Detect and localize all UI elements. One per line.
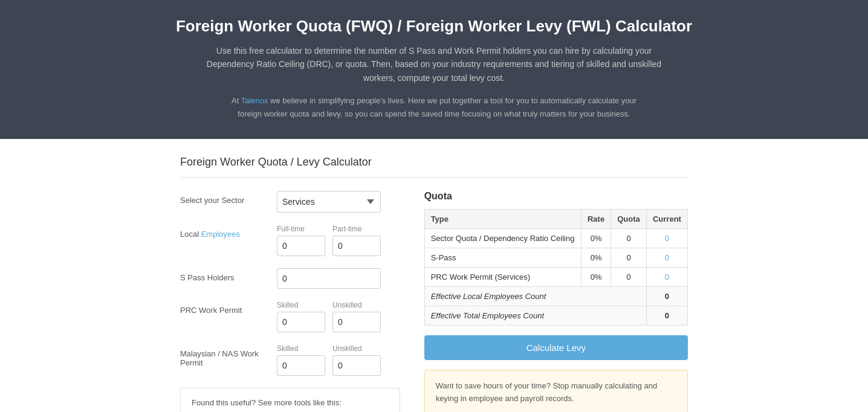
page-subtitle: Use this free calculator to determine th…	[198, 44, 670, 85]
local-fulltime-input[interactable]	[277, 236, 325, 256]
promo-text: Want to save hours of your time? Stop ma…	[436, 380, 676, 405]
col-rate: Rate	[581, 210, 611, 229]
prc-permit-label: PRC Work Permit	[180, 301, 277, 315]
quota-header-row: Type Rate Quota Current	[424, 210, 687, 229]
summary-local-value: 0	[646, 287, 687, 306]
spass-label: S Pass Holders	[180, 268, 277, 282]
sector-label: Select your Sector	[180, 191, 277, 205]
calculate-levy-button[interactable]: Calculate Levy	[424, 335, 688, 360]
fulltime-label: Full-time	[277, 225, 325, 233]
row0-current: 0	[646, 229, 687, 248]
row2-quota: 0	[611, 268, 647, 287]
quota-section: Quota Type Rate Quota Current	[424, 191, 688, 412]
local-employees-highlight: Employees	[201, 230, 240, 239]
attribution-pre: At	[232, 96, 241, 105]
sector-row: Select your Sector Services Construction…	[180, 191, 400, 213]
table-row: PRC Work Permit (Services) 0% 0 0	[424, 268, 687, 287]
calculator-container: Foreign Worker Quota / Levy Calculator S…	[162, 139, 706, 412]
local-employees-inputs: Full-time Part-time	[277, 225, 400, 256]
summary-row-local: Effective Local Employees Count 0	[424, 287, 687, 306]
local-employees-label: Local Employees	[180, 225, 277, 239]
row0-quota: 0	[611, 229, 647, 248]
row2-type: PRC Work Permit (Services)	[424, 268, 581, 287]
myr-permit-row: Malaysian / NAS Work Permit Skilled Unsk…	[180, 344, 400, 376]
parttime-label: Part-time	[332, 225, 381, 233]
local-sub-labels: Full-time Part-time	[277, 225, 400, 233]
summary-total-value: 0	[646, 306, 687, 326]
quota-table-body: Sector Quota / Dependency Ratio Ceiling …	[424, 229, 687, 326]
summary-row-total: Effective Total Employees Count 0	[424, 306, 687, 326]
prc-skilled-input[interactable]	[277, 312, 325, 332]
row1-rate: 0%	[581, 248, 611, 268]
table-row: Sector Quota / Dependency Ratio Ceiling …	[424, 229, 687, 248]
local-employees-row: Local Employees Full-time Part-time	[180, 225, 400, 256]
row0-type: Sector Quota / Dependency Ratio Ceiling	[424, 229, 581, 248]
summary-total-label: Effective Total Employees Count	[424, 306, 646, 326]
myr-permit-label: Malaysian / NAS Work Permit	[180, 344, 277, 367]
prc-skilled-label: Skilled	[277, 301, 325, 309]
attribution-text: At Talenox we believe in simplifying peo…	[222, 94, 646, 121]
prc-sub-labels: Skilled Unskilled	[277, 301, 400, 309]
page-title: Foreign Worker Quota (FWQ) / Foreign Wor…	[48, 17, 820, 36]
quota-table: Type Rate Quota Current Sector Quota / D…	[424, 209, 688, 326]
myr-unskilled-label: Unskilled	[332, 344, 381, 353]
row0-rate: 0%	[581, 229, 611, 248]
calculator-title: Foreign Worker Quota / Levy Calculator	[180, 156, 688, 178]
left-panel: Select your Sector Services Construction…	[180, 191, 400, 412]
col-current: Current	[646, 210, 687, 229]
table-row: S-Pass 0% 0 0	[424, 248, 687, 268]
spass-inputs	[277, 268, 400, 289]
sector-select[interactable]: Services Construction Marine Process Man…	[277, 191, 381, 213]
row1-quota: 0	[611, 248, 647, 268]
local-input-group	[277, 236, 400, 256]
myr-sub-labels: Skilled Unskilled	[277, 344, 400, 353]
spass-input[interactable]	[277, 268, 381, 289]
col-quota: Quota	[611, 210, 647, 229]
myr-permit-inputs: Skilled Unskilled	[277, 344, 400, 376]
useful-heading: Found this useful? See more tools like t…	[192, 398, 389, 407]
row1-current: 0	[646, 248, 687, 268]
calculator-body: Select your Sector Services Construction…	[180, 191, 688, 412]
local-parttime-input[interactable]	[332, 236, 381, 256]
col-type: Type	[424, 210, 581, 229]
right-panel: Quota Type Rate Quota Current	[424, 191, 688, 412]
attribution-post: we believe in simplifying people's lives…	[238, 96, 636, 118]
row1-type: S-Pass	[424, 248, 581, 268]
summary-local-label: Effective Local Employees Count	[424, 287, 646, 306]
myr-skilled-label: Skilled	[277, 344, 325, 353]
quota-heading: Quota	[424, 191, 688, 202]
myr-input-group	[277, 355, 400, 376]
useful-box: Found this useful? See more tools like t…	[180, 388, 400, 412]
prc-unskilled-input[interactable]	[332, 312, 381, 332]
row2-rate: 0%	[581, 268, 611, 287]
header-section: Foreign Worker Quota (FWQ) / Foreign Wor…	[0, 0, 868, 139]
sector-inputs: Services Construction Marine Process Man…	[277, 191, 400, 213]
myr-unskilled-input[interactable]	[332, 355, 381, 376]
row2-current: 0	[646, 268, 687, 287]
prc-permit-inputs: Skilled Unskilled	[277, 301, 400, 332]
attribution-link[interactable]: Talenox	[241, 96, 268, 105]
prc-permit-row: PRC Work Permit Skilled Unskilled	[180, 301, 400, 332]
quota-table-head: Type Rate Quota Current	[424, 210, 687, 229]
prc-input-group	[277, 312, 400, 332]
myr-skilled-input[interactable]	[277, 355, 325, 376]
prc-unskilled-label: Unskilled	[332, 301, 381, 309]
spass-row: S Pass Holders	[180, 268, 400, 289]
promo-box: Want to save hours of your time? Stop ma…	[424, 370, 688, 412]
